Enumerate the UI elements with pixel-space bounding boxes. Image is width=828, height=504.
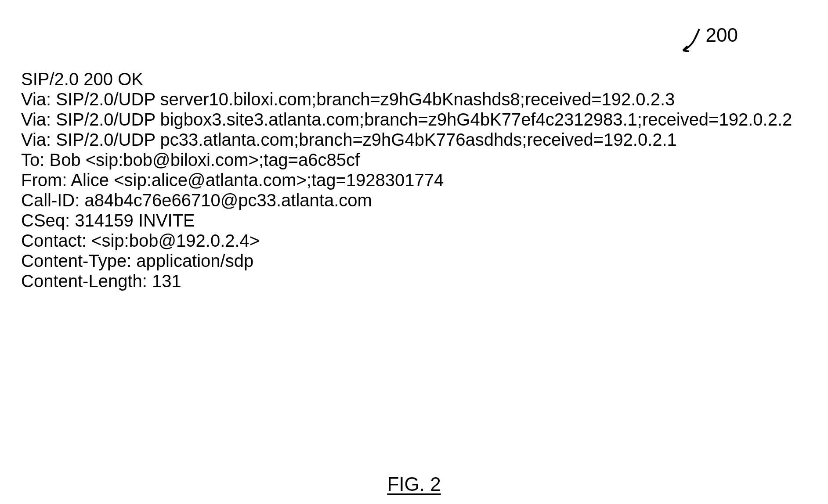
figure-caption: FIG. 2 xyxy=(387,473,441,495)
sip-cseq-header: CSeq: 314159 INVITE xyxy=(21,210,792,230)
figure-reference-number: 200 xyxy=(706,24,738,46)
sip-via-header-3: Via: SIP/2.0/UDP pc33.atlanta.com;branch… xyxy=(21,130,792,150)
sip-call-id-header: Call-ID: a84b4c76e66710@pc33.atlanta.com xyxy=(21,190,792,210)
sip-to-header: To: Bob <sip:bob@biloxi.com>;tag=a6c85cf xyxy=(21,150,792,170)
sip-contact-header: Contact: <sip:bob@192.0.2.4> xyxy=(21,230,792,251)
sip-from-header: From: Alice <sip:alice@atlanta.com>;tag=… xyxy=(21,170,792,190)
sip-via-header-2: Via: SIP/2.0/UDP bigbox3.site3.atlanta.c… xyxy=(21,109,792,130)
curved-arrow-icon xyxy=(680,28,704,54)
sip-content-length-header: Content-Length: 131 xyxy=(21,271,792,291)
sip-message-block: SIP/2.0 200 OK Via: SIP/2.0/UDP server10… xyxy=(21,69,792,291)
sip-status-line: SIP/2.0 200 OK xyxy=(21,69,792,89)
sip-via-header-1: Via: SIP/2.0/UDP server10.biloxi.com;bra… xyxy=(21,89,792,109)
figure-reference-label: 200 xyxy=(680,24,738,54)
sip-content-type-header: Content-Type: application/sdp xyxy=(21,251,792,271)
